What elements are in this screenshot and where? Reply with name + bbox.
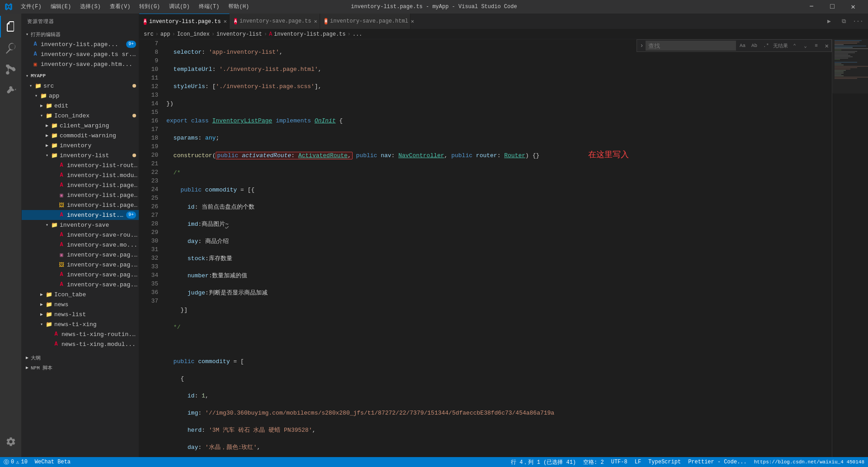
status-wechat[interactable]: WeChat Beta — [31, 457, 74, 467]
tab-inventory-save-page-html[interactable]: H inventory-save.page.html ✕ — [320, 14, 410, 29]
minimize-button[interactable]: − — [801, 0, 822, 14]
file-invs-pag1[interactable]: ▶ ▣ inventory-save.pag... — [22, 250, 139, 260]
open-editors-section[interactable]: ▾ 打开的编辑器 — [22, 29, 139, 39]
folder-news-list[interactable]: ▶ 📁 news-list — [22, 309, 139, 319]
folder-src-label: src — [43, 83, 132, 89]
window-controls[interactable]: − □ ✕ — [801, 0, 863, 14]
project-root[interactable]: ▾ MYAPP — [22, 71, 139, 81]
status-position[interactable]: 行 4，列 1 (已选择 41) — [507, 457, 580, 467]
vscode-logo-icon — [5, 3, 13, 11]
status-formatter[interactable]: Prettier - Code... — [684, 457, 750, 467]
tab2-close[interactable]: ✕ — [314, 18, 317, 25]
breadcrumb-app[interactable]: app — [160, 31, 170, 37]
tab1-close[interactable]: ✕ — [223, 18, 226, 25]
file-invl-page-html[interactable]: ▶ ▣ inventory-list.page... — [22, 190, 139, 200]
file-invs-pag2[interactable]: ▶ 🖼 inventory-save.pag... — [22, 260, 139, 270]
sidebar: 资源管理器 ▾ 打开的编辑器 A inventory-list.page... … — [22, 14, 139, 457]
find-in-selection-btn[interactable]: ≡ — [811, 41, 821, 51]
breadcrumb-src[interactable]: src — [144, 31, 154, 37]
status-errors[interactable]: ⓪ 0 ⚠ 10 — [0, 457, 31, 467]
file-invl-selected[interactable]: ▶ A inventory-list... 9+ — [22, 210, 139, 220]
file-invl-page-scss[interactable]: ▶ 🖼 inventory-list.page... — [22, 200, 139, 210]
menu-view[interactable]: 查看(V) — [105, 0, 135, 14]
activity-extensions[interactable] — [0, 81, 22, 103]
prev-match-btn[interactable]: ⌃ — [790, 41, 800, 51]
breadcrumb-sep3: › — [212, 31, 215, 37]
next-match-btn[interactable]: ⌄ — [801, 41, 811, 51]
more-actions-button[interactable]: ··· — [852, 15, 864, 28]
close-button[interactable]: ✕ — [843, 0, 863, 14]
file-ntx-modul[interactable]: ▶ A news-ti-xing.modul... — [22, 339, 139, 349]
outline-section[interactable]: ▶ 大纲 — [22, 353, 139, 363]
file-invs-pag3[interactable]: ▶ A inventory-save.pag... — [22, 270, 139, 280]
tab-actions: ▶ ⧉ ··· — [823, 14, 868, 29]
menu-goto[interactable]: 转到(G) — [135, 0, 165, 14]
folder-edit[interactable]: ▶ 📁 edit — [22, 101, 139, 111]
spaces-text: 空格: 2 — [583, 458, 604, 466]
status-url[interactable]: https://blog.csdn.net/waixiu_4 450148 — [750, 457, 868, 467]
status-spaces[interactable]: 空格: 2 — [580, 457, 608, 467]
match-case-btn[interactable]: Aa — [738, 41, 748, 51]
code-editor[interactable]: 7891011 1213141516 1718192021 2223242526… — [139, 39, 832, 457]
code-content[interactable]: selector: 'app-inventory-list', template… — [162, 39, 832, 457]
tab3-close[interactable]: ✕ — [411, 18, 414, 25]
menu-edit[interactable]: 编辑(E) — [46, 0, 76, 14]
split-editor-button[interactable]: ⧉ — [837, 15, 850, 28]
code-line-14: /* — [166, 168, 827, 177]
folder-icon-tabe[interactable]: ▶ 📁 Icon_tabe — [22, 290, 139, 299]
folder-inventory-save[interactable]: ▾ 📁 inventory-save — [22, 220, 139, 230]
run-button[interactable]: ▶ — [823, 15, 835, 28]
breadcrumb-file[interactable]: inventory-list.page.ts — [274, 31, 345, 37]
breadcrumb-icon-index[interactable]: Icon_index — [177, 31, 210, 37]
menu-file[interactable]: 文件(F) — [16, 0, 46, 14]
menu-debug[interactable]: 调试(D) — [165, 0, 194, 14]
open-file-1[interactable]: A inventory-list.page... 9+ — [22, 39, 139, 49]
status-eol[interactable]: LF — [631, 457, 645, 467]
npm-section[interactable]: ▶ NPM 脚本 — [22, 363, 139, 373]
activity-settings[interactable] — [0, 431, 22, 453]
whole-word-btn[interactable]: Ab — [750, 41, 760, 51]
folder-inventory-list[interactable]: ▾ 📁 inventory-list — [22, 150, 139, 160]
status-language[interactable]: TypeScript — [645, 457, 684, 467]
invl-arrow: ▾ — [43, 153, 51, 158]
file-invl-modu[interactable]: ▶ A inventory-list.modu... — [22, 170, 139, 180]
file-ntx-routin[interactable]: ▶ A news-ti-xing-routin... — [22, 329, 139, 339]
tab-inventory-save-page-ts[interactable]: A inventory-save.page.ts ✕ — [230, 14, 320, 29]
menu-help[interactable]: 帮助(H) — [224, 0, 254, 14]
menu-terminal[interactable]: 终端(T) — [194, 0, 224, 14]
search-close-btn[interactable]: ✕ — [825, 42, 829, 50]
folder-app[interactable]: ▾ 📁 app — [22, 91, 139, 101]
maximize-button[interactable]: □ — [822, 0, 843, 14]
menu-bar[interactable]: 文件(F) 编辑(E) 选择(S) 查看(V) 转到(G) 调试(D) 终端(T… — [16, 0, 254, 14]
breadcrumb-sep5: › — [348, 31, 351, 37]
activity-search[interactable] — [0, 37, 22, 59]
search-input[interactable] — [646, 41, 736, 51]
status-encoding[interactable]: UTF-8 — [608, 457, 631, 467]
minimap[interactable] — [832, 39, 868, 457]
open-file-3[interactable]: ▣ inventory-save.page.htm... — [22, 59, 139, 69]
breadcrumb-more[interactable]: ... — [353, 31, 363, 37]
file-invs-pag4[interactable]: ▶ A inventory-save.pag... — [22, 280, 139, 290]
folder-news-ti-xing[interactable]: ▾ 📁 news-ti-xing — [22, 319, 139, 329]
regex-btn[interactable]: .* — [761, 41, 771, 51]
menu-select[interactable]: 选择(S) — [75, 0, 105, 14]
folder-commodit-warning[interactable]: ▶ 📁 commodit-warning — [22, 131, 139, 140]
folder-news[interactable]: ▶ 📁 news — [22, 299, 139, 309]
search-trigger-icon: › — [640, 42, 643, 49]
file-invs-mo[interactable]: ▶ A inventory-save.mo... — [22, 240, 139, 250]
position-text: 行 4，列 1 (已选择 41) — [511, 458, 576, 466]
activity-git[interactable] — [0, 59, 22, 81]
file-invs-rout[interactable]: ▶ A inventory-save-rou... — [22, 230, 139, 240]
open-file-2[interactable]: A inventory-save.page.ts sr... — [22, 49, 139, 59]
breadcrumb-inventory-list[interactable]: inventory-list — [217, 31, 262, 37]
folder-inventory[interactable]: ▶ 📁 inventory — [22, 140, 139, 150]
activity-explorer[interactable] — [0, 16, 22, 37]
folder-client-warging[interactable]: ▶ 📁 client_warging — [22, 121, 139, 131]
file-invl-page-ts[interactable]: ▶ A inventory-list.page... — [22, 180, 139, 190]
file-invl-rout[interactable]: ▶ A inventory-list-rout... — [22, 160, 139, 170]
folder-edit-label: edit — [54, 103, 139, 109]
search-overlay: › Aa Ab .* 无结果 ⌃ ⌄ ≡ ✕ — [637, 39, 832, 52]
folder-icon-index[interactable]: ▾ 📁 Icon_index — [22, 111, 139, 121]
tab-inventory-list-page-ts[interactable]: A inventory-list.page.ts ✕ — [139, 14, 230, 29]
folder-src[interactable]: ▾ 📁 src — [22, 81, 139, 91]
